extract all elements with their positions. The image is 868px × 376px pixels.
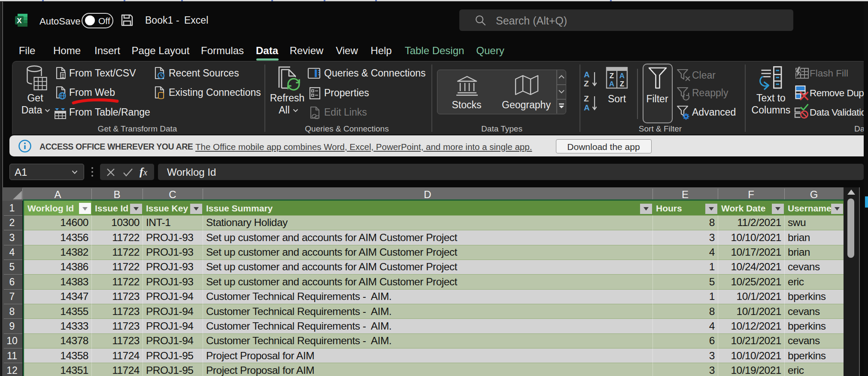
svg-text:Z: Z [620,80,624,88]
svg-text:A: A [609,80,614,88]
svg-text:Z: Z [584,79,589,88]
svg-text:A: A [584,70,590,79]
svg-text:A: A [584,103,590,112]
svg-text:A: A [619,72,625,80]
svg-text:Z: Z [610,72,614,80]
svg-text:Z: Z [584,94,589,103]
svg-text:X: X [17,17,22,25]
